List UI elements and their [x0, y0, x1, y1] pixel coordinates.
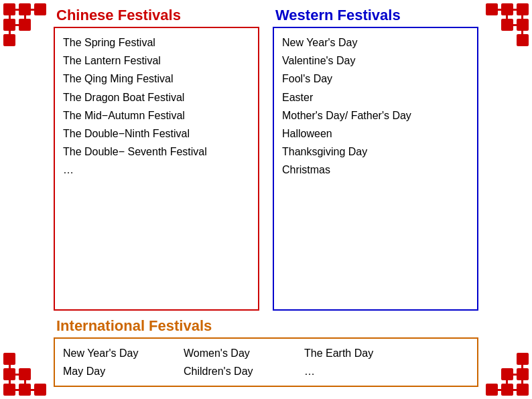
- svg-rect-21: [521, 30, 523, 35]
- chinese-box: The Spring Festival The Lantern Festival…: [54, 27, 259, 311]
- list-item: …: [63, 161, 250, 179]
- corner-decoration-tl: [0, 0, 60, 60]
- svg-rect-0: [3, 3, 15, 15]
- corner-decoration-br: [472, 339, 532, 399]
- svg-rect-33: [9, 364, 11, 369]
- svg-rect-28: [34, 384, 46, 396]
- corner-decoration-tr: [472, 0, 532, 60]
- svg-rect-15: [501, 19, 513, 31]
- international-box: New Year's Day Women's Day The Earth Day…: [54, 337, 478, 387]
- list-item: Christmas: [282, 161, 469, 179]
- svg-rect-18: [513, 9, 517, 11]
- list-item: Children's Day: [184, 362, 304, 380]
- list-item: Valentine's Day: [282, 52, 469, 70]
- svg-rect-11: [15, 24, 19, 26]
- international-section: International Festivals New Year's Day W…: [54, 317, 478, 387]
- svg-rect-38: [517, 368, 529, 380]
- international-row-1: New Year's Day Women's Day The Earth Day: [63, 344, 469, 362]
- corner-decoration-bl: [0, 339, 60, 399]
- svg-rect-7: [30, 9, 35, 11]
- svg-rect-12: [517, 3, 529, 15]
- svg-rect-3: [19, 19, 31, 31]
- svg-rect-9: [9, 30, 11, 35]
- svg-rect-16: [486, 3, 498, 15]
- svg-rect-40: [486, 384, 498, 396]
- western-box: New Year's Day Valentine's Day Fool's Da…: [273, 27, 478, 311]
- svg-rect-41: [517, 353, 529, 365]
- svg-rect-20: [521, 15, 523, 19]
- svg-rect-23: [513, 24, 517, 26]
- list-item: The Double− Seventh Festival: [63, 143, 250, 161]
- list-item: Halloween: [282, 125, 469, 143]
- list-item: The Double−Ninth Festival: [63, 125, 250, 143]
- list-item: …: [304, 362, 425, 380]
- svg-rect-45: [521, 364, 523, 369]
- list-item: Fool's Day: [282, 70, 469, 88]
- svg-rect-34: [24, 380, 26, 384]
- svg-rect-36: [517, 384, 529, 396]
- svg-rect-47: [513, 374, 517, 376]
- svg-rect-46: [506, 380, 508, 384]
- svg-rect-27: [19, 368, 31, 380]
- svg-rect-14: [517, 19, 529, 31]
- svg-rect-26: [3, 368, 15, 380]
- svg-rect-29: [3, 353, 15, 365]
- list-item: The Earth Day: [304, 344, 425, 362]
- svg-rect-42: [513, 389, 517, 391]
- svg-rect-32: [9, 380, 11, 384]
- main-content: Chinese Festivals The Spring Festival Th…: [54, 7, 478, 392]
- svg-rect-19: [497, 9, 502, 11]
- svg-rect-35: [15, 374, 19, 376]
- list-item: Mother's Day/ Father's Day: [282, 106, 469, 125]
- svg-rect-10: [24, 15, 26, 19]
- svg-rect-44: [521, 380, 523, 384]
- western-title: Western Festivals: [273, 7, 478, 24]
- svg-rect-25: [19, 384, 31, 396]
- svg-rect-22: [506, 15, 508, 19]
- list-item: New Year's Day: [63, 344, 184, 362]
- svg-rect-24: [3, 384, 15, 396]
- international-title: International Festivals: [54, 317, 478, 335]
- chinese-festivals-panel: Chinese Festivals The Spring Festival Th…: [54, 7, 259, 311]
- international-row-2: May Day Children's Day …: [63, 362, 469, 380]
- svg-rect-8: [9, 15, 11, 19]
- list-item: The Lantern Festival: [63, 52, 250, 70]
- svg-rect-5: [3, 34, 15, 46]
- list-item: May Day: [63, 362, 184, 380]
- list-item: Thanksgiving Day: [282, 143, 469, 161]
- svg-rect-6: [15, 9, 19, 11]
- svg-rect-1: [19, 3, 31, 15]
- svg-rect-39: [501, 368, 513, 380]
- svg-rect-2: [3, 19, 15, 31]
- list-item: New Year's Day: [282, 33, 469, 52]
- svg-rect-13: [501, 3, 513, 15]
- list-item: The Qing Ming Festival: [63, 70, 250, 88]
- western-festivals-panel: Western Festivals New Year's Day Valenti…: [273, 7, 478, 311]
- svg-rect-31: [30, 389, 35, 391]
- top-section: Chinese Festivals The Spring Festival Th…: [54, 7, 478, 311]
- list-item: The Mid−Autumn Festival: [63, 106, 250, 125]
- svg-rect-17: [517, 34, 529, 46]
- list-item: Easter: [282, 88, 469, 106]
- list-item: The Spring Festival: [63, 33, 250, 52]
- svg-rect-30: [15, 389, 19, 391]
- svg-rect-4: [34, 3, 46, 15]
- svg-rect-37: [501, 384, 513, 396]
- list-item: The Dragon Boat Festival: [63, 88, 250, 106]
- list-item: Women's Day: [184, 344, 304, 362]
- svg-rect-43: [497, 389, 502, 391]
- chinese-title: Chinese Festivals: [54, 7, 259, 24]
